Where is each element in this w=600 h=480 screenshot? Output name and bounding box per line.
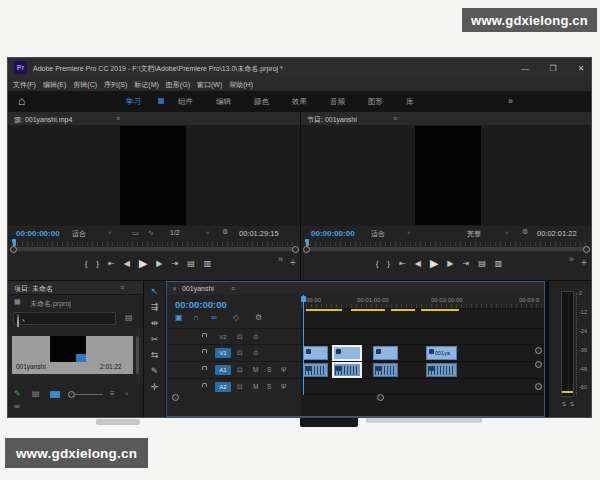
zoom-slider-track[interactable] — [75, 394, 103, 395]
timeline-timecode[interactable]: 00:00:00:00 — [175, 299, 227, 310]
menu-clip[interactable]: 剪辑(C) — [73, 80, 97, 90]
slip-tool-icon[interactable]: ⇆ — [144, 350, 165, 360]
source-scrollbar[interactable] — [12, 247, 296, 251]
menu-edit[interactable]: 编辑(E) — [43, 80, 66, 90]
zoom-slider-handle[interactable] — [68, 391, 75, 398]
mark-in-button[interactable]: { — [85, 259, 88, 268]
razor-tool-icon[interactable]: ✂ — [144, 334, 165, 344]
audio-clip-selected[interactable] — [333, 363, 361, 377]
audio-clip[interactable] — [373, 363, 398, 377]
eye-icon[interactable]: ⊙ — [253, 349, 258, 357]
maximize-button[interactable]: ❐ — [546, 64, 560, 73]
pen-tool-icon[interactable]: ✎ — [144, 366, 165, 376]
chevron-down-icon[interactable]: ˅ — [125, 391, 129, 397]
program-panel-menu-icon[interactable]: ≡ — [393, 115, 397, 122]
ripple-edit-tool-icon[interactable]: ⇹ — [144, 318, 165, 328]
track-label-v1[interactable]: V1 — [215, 348, 231, 358]
nest-sequence-icon[interactable]: ▣ — [175, 313, 183, 322]
track-label-a1[interactable]: A1 — [215, 365, 231, 375]
source-panel-menu-icon[interactable]: ≡ — [116, 115, 120, 122]
go-to-in-button[interactable]: ⇤ — [108, 259, 115, 268]
workspace-tab-audio[interactable]: 音频 — [330, 97, 345, 107]
sync-lock-icon[interactable]: ⊡ — [237, 366, 242, 374]
audio-clip[interactable] — [303, 363, 328, 377]
solo-button[interactable]: S — [267, 366, 271, 373]
source-timeruler[interactable] — [12, 242, 296, 246]
insert-button[interactable]: ▤ — [187, 259, 195, 268]
program-timeruler[interactable] — [305, 242, 587, 246]
source-panel-tab[interactable]: 源: 001yanshi.mp4 — [14, 115, 72, 125]
mute-button[interactable]: M — [253, 366, 258, 373]
go-to-in-button[interactable]: ⇤ — [399, 259, 406, 268]
program-panel-tab[interactable]: 节目: 001yanshi — [307, 115, 357, 125]
audio-clip[interactable] — [426, 363, 457, 377]
sync-lock-icon[interactable]: ⊡ — [237, 349, 242, 357]
selection-tool-icon[interactable]: ↖ — [144, 286, 165, 296]
solo-button[interactable]: S — [562, 401, 566, 407]
go-to-out-button[interactable]: ⇥ — [172, 259, 179, 268]
track-scroll-handle[interactable] — [535, 347, 542, 354]
project-item-selected[interactable]: 001yanshi 2:01:22 — [12, 336, 133, 374]
workspace-tab-editing[interactable]: 编辑 — [216, 97, 231, 107]
play-button[interactable]: ▶ — [139, 257, 147, 270]
menu-help[interactable]: 帮助(H) — [229, 80, 253, 90]
step-forward-button[interactable]: ▶ — [447, 259, 453, 268]
source-more-icon[interactable]: » — [278, 254, 283, 264]
workspace-tab-graphics[interactable]: 图形 — [368, 97, 383, 107]
video-clip-selected[interactable] — [333, 346, 361, 360]
solo-button[interactable]: S — [267, 383, 271, 390]
source-timecode[interactable]: 00:00:00:00 — [16, 229, 60, 238]
menu-sequence[interactable]: 序列(S) — [104, 80, 127, 90]
drag-audio-icon[interactable]: ∿ — [148, 229, 154, 237]
source-scrollbar-handle-left[interactable] — [10, 246, 17, 253]
timeline-tab[interactable]: 001yanshi — [182, 285, 214, 292]
workspace-tab-color[interactable]: 颜色 — [254, 97, 269, 107]
program-scrollbar-handle-right[interactable] — [583, 246, 590, 253]
timeline-panel-menu-icon[interactable]: ≡ — [231, 285, 235, 292]
track-scroll-handle[interactable] — [535, 383, 542, 390]
mark-out-button[interactable]: } — [96, 259, 99, 268]
timeline-playhead[interactable] — [303, 295, 304, 395]
step-forward-button[interactable]: ▶ — [156, 259, 162, 268]
project-panel-tab[interactable]: 项目: 未命名 — [14, 284, 53, 294]
play-button[interactable]: ▶ — [430, 257, 438, 270]
source-settings-wrench-icon[interactable]: ⚙ — [222, 228, 228, 236]
timeline-ruler[interactable]: 00:00 00:01:00:00 00:02:00:00 00:03:0 — [301, 295, 544, 309]
source-add-button-icon[interactable]: + — [290, 257, 296, 268]
video-clip[interactable] — [373, 346, 398, 360]
source-video-frame[interactable] — [120, 126, 186, 225]
snap-icon[interactable]: ∩ — [193, 313, 199, 322]
home-icon[interactable]: ⌂ — [18, 94, 25, 108]
timeline-tab-close-icon[interactable]: ✕ — [172, 285, 177, 292]
workspace-tab-effects[interactable]: 效果 — [292, 97, 307, 107]
mic-icon[interactable]: Ψ — [281, 366, 286, 373]
extract-button[interactable]: ▥ — [495, 259, 503, 268]
menu-window[interactable]: 窗口(W) — [197, 80, 222, 90]
workspace-overflow-icon[interactable]: » — [508, 96, 513, 106]
mute-button[interactable]: M — [253, 383, 258, 390]
menu-marker[interactable]: 标记(M) — [134, 80, 159, 90]
workspace-tab-learn[interactable]: 学习 — [126, 97, 141, 107]
sync-lock-icon[interactable]: ⊡ — [237, 333, 242, 341]
menu-graphics[interactable]: 图形(G) — [166, 80, 190, 90]
program-scrollbar-handle-left[interactable] — [303, 246, 310, 253]
add-marker-icon[interactable]: ◇ — [233, 313, 239, 322]
video-clip[interactable] — [303, 346, 328, 360]
solo-button[interactable]: S — [570, 401, 574, 407]
source-zoom-select[interactable]: 1/2 — [170, 229, 180, 236]
eye-icon[interactable]: ⊙ — [253, 333, 258, 341]
overwrite-button[interactable]: ▥ — [204, 259, 212, 268]
drag-video-icon[interactable]: ▭ — [132, 229, 139, 237]
workspace-menu-icon[interactable] — [158, 98, 164, 104]
track-scroll-handle[interactable] — [535, 361, 542, 368]
source-scrollbar-handle-right[interactable] — [292, 246, 299, 253]
project-file-label[interactable]: 未命名.prproj — [30, 299, 71, 309]
sort-icon[interactable]: ≡ — [110, 389, 115, 398]
mark-in-button[interactable]: { — [376, 259, 379, 268]
program-settings-wrench-icon[interactable]: ⚙ — [522, 228, 528, 236]
track-label-a2[interactable]: A2 — [215, 382, 231, 392]
go-to-out-button[interactable]: ⇥ — [463, 259, 470, 268]
mark-out-button[interactable]: } — [387, 259, 390, 268]
timeline-settings-wrench-icon[interactable]: ⚙ — [255, 313, 262, 322]
project-scrollbar[interactable] — [136, 336, 139, 374]
